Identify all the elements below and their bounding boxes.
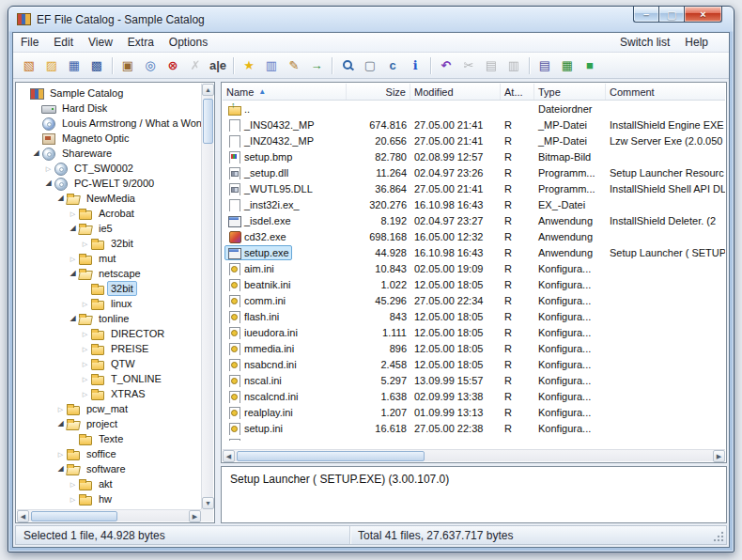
catalog-tree-button[interactable]: ▥ — [261, 55, 282, 76]
file-row-nscalcnd-ini[interactable]: nscalcnd.ini1.63802.09.99 13:38RKonfigur… — [223, 388, 725, 404]
export-comment-button[interactable]: → — [306, 55, 327, 76]
close-button[interactable]: × — [684, 7, 722, 23]
tree-item-xtras[interactable]: ▷XTRAS — [17, 386, 201, 401]
file-row-inst32i-ex[interactable]: _inst32i.ex_320.27616.10.98 16:43REX_-Da… — [223, 196, 725, 212]
menu-view[interactable]: View — [81, 33, 120, 52]
copy-button[interactable]: ▤ — [481, 55, 502, 76]
tree-item-tonline[interactable]: ◢tonline — [17, 311, 201, 326]
expander-collapsed-icon[interactable]: ▷ — [80, 331, 90, 337]
scroll-up-button[interactable]: ▲ — [202, 84, 214, 96]
tree-hscroll-thumb[interactable] — [31, 511, 117, 521]
rename-button[interactable]: a|e — [208, 55, 228, 76]
crc-check-button[interactable]: c — [382, 55, 403, 76]
tree-item-32bit[interactable]: ▷32bit — [17, 236, 201, 251]
expander-collapsed-icon[interactable]: ▷ — [55, 406, 66, 412]
tree-item-32bit[interactable]: 32bit — [17, 281, 201, 296]
paste-button[interactable]: ▥ — [503, 55, 524, 76]
open-catalog-button[interactable]: ▨ — [41, 55, 62, 76]
maximize-button[interactable]: ▢ — [658, 7, 684, 23]
tree-item-magneto-optic[interactable]: Magneto Optic — [17, 131, 201, 146]
menu-options[interactable]: Options — [162, 33, 215, 52]
scroll-down-button[interactable]: ▼ — [202, 497, 214, 509]
column-header-size[interactable]: Size — [347, 84, 410, 100]
file-row-nscal-ini[interactable]: nscal.ini5.29713.09.99 15:57RKonfigura..… — [223, 372, 725, 388]
tree-item-acrobat[interactable]: ▷Acrobat — [17, 206, 201, 221]
search-button[interactable] — [337, 55, 358, 76]
tree-item-pcw-mat[interactable]: ▷pcw_mat — [17, 401, 201, 416]
tree-item-project[interactable]: ◢project — [17, 416, 201, 431]
expander-expanded-icon[interactable]: ◢ — [31, 149, 41, 157]
tree-vscroll-thumb[interactable] — [203, 99, 213, 144]
new-catalog-button[interactable]: ▧ — [19, 55, 39, 76]
info-button[interactable]: ℹ — [405, 55, 425, 76]
expander-collapsed-icon[interactable]: ▷ — [80, 241, 90, 247]
expander-collapsed-icon[interactable]: ▷ — [43, 165, 54, 172]
tree-item-akt[interactable]: ▷akt — [17, 476, 201, 491]
file-row-setup-ini[interactable]: setup.ini16.61827.05.00 22:38RKonfigura.… — [223, 420, 725, 436]
expander-collapsed-icon[interactable]: ▷ — [80, 391, 90, 397]
file-row-beatnik-ini[interactable]: beatnik.ini1.02212.05.00 18:05RKonfigura… — [223, 276, 725, 292]
column-header-type[interactable]: Type — [534, 84, 606, 100]
file-row-aim-ini[interactable]: aim.ini10.84302.05.00 19:09RKonfigura... — [223, 260, 725, 276]
column-header-comment[interactable]: Comment — [606, 84, 725, 100]
expander-collapsed-icon[interactable]: ▷ — [80, 361, 90, 367]
file-row-realplay-ini[interactable]: realplay.ini1.20701.09.99 13:13RKonfigur… — [223, 404, 725, 420]
file-row-isdel-exe[interactable]: _isdel.exe8.19202.04.97 23:27RAnwendungI… — [223, 212, 725, 228]
expander-expanded-icon[interactable]: ◢ — [68, 270, 78, 277]
file-row-wutl95-dll[interactable]: _WUTL95.DLL36.86427.05.00 21:41RProgramm… — [223, 180, 725, 196]
expander-collapsed-icon[interactable]: ▷ — [80, 301, 90, 307]
expander-collapsed-icon[interactable]: ▷ — [68, 496, 78, 503]
file-row-iueudora-ini[interactable]: iueudora.ini1.11112.05.00 18:05RKonfigur… — [223, 324, 725, 340]
undo-button[interactable]: ↶ — [436, 55, 456, 76]
tree-item-ie5[interactable]: ◢ie5 — [17, 221, 201, 236]
file-row-setup-bmp[interactable]: setup.bmp82.78002.08.99 12:57RBitmap-Bil… — [223, 148, 725, 164]
file-row-item[interactable]: ..Dateiordner — [223, 101, 725, 117]
tree-item-sample-catalog[interactable]: Sample Catalog — [17, 86, 201, 101]
file-row-inz0432-mp[interactable]: _INZ0432._MP20.65627.05.00 21:41R_MP-Dat… — [223, 132, 725, 148]
tree-item-newmedia[interactable]: ◢NewMedia — [17, 191, 201, 206]
tree-item-director[interactable]: ▷DIRECTOR — [17, 326, 201, 341]
expander-collapsed-icon[interactable]: ▷ — [80, 346, 90, 352]
file-row-setup-exe[interactable]: setup.exe44.92816.10.98 16:43RAnwendungS… — [223, 244, 725, 260]
tree-item-preise[interactable]: ▷PREISE — [17, 341, 201, 356]
tree-item-t-online[interactable]: ▷T_ONLINE — [17, 371, 201, 386]
update-volume-button[interactable]: ◎ — [140, 55, 161, 76]
expander-expanded-icon[interactable]: ◢ — [68, 225, 78, 232]
menu-extra[interactable]: Extra — [120, 33, 162, 52]
expander-collapsed-icon[interactable]: ▷ — [55, 451, 66, 458]
tree-item-mut[interactable]: ▷mut — [17, 251, 201, 266]
save-catalog-button[interactable]: ▦ — [64, 55, 85, 76]
expander-expanded-icon[interactable]: ◢ — [55, 194, 66, 202]
file-row-nsabcnd-ini[interactable]: nsabcnd.ini2.45812.05.00 18:05RKonfigura… — [223, 356, 725, 372]
expander-expanded-icon[interactable]: ◢ — [55, 420, 66, 428]
tree-horizontal-scrollbar[interactable]: ◀ ▶ — [17, 509, 201, 521]
tree-item-shareware[interactable]: ◢Shareware — [17, 146, 201, 161]
scroll-left-button[interactable]: ◀ — [223, 450, 235, 462]
file-row-flash-ini[interactable]: flash.ini84312.05.00 18:05RKonfigura... — [223, 308, 725, 324]
file-row-mmedia-ini[interactable]: mmedia.ini89612.05.00 18:05RKonfigura... — [223, 340, 725, 356]
file-info-button[interactable]: ▢ — [360, 55, 380, 76]
scroll-left-button[interactable]: ◀ — [17, 510, 29, 522]
column-header-modified[interactable]: Modified — [410, 84, 501, 100]
expander-collapsed-icon[interactable]: ▷ — [68, 481, 78, 488]
expander-collapsed-icon[interactable]: ▷ — [80, 376, 90, 382]
file-row-comm-ini[interactable]: comm.ini45.29627.05.00 22:34RKonfigura..… — [223, 292, 725, 308]
column-header-at[interactable]: At... — [501, 84, 534, 100]
column-header-name[interactable]: Name▲ — [223, 84, 347, 100]
tree-item-ct-sw0002[interactable]: ▷CT_SW0002 — [17, 161, 201, 176]
save-all-button[interactable]: ▩ — [86, 55, 107, 76]
tree-item-louis-armstrong-what-a-wonde[interactable]: Louis Armstrong / What a Wonde — [17, 116, 201, 131]
file-row-ins0432-mp[interactable]: _INS0432._MP674.81627.05.00 21:41R_MP-Da… — [223, 117, 725, 132]
menu-edit[interactable]: Edit — [46, 33, 81, 52]
tree-item-qtw[interactable]: ▷QTW — [17, 356, 201, 371]
tree-item-hard-disk[interactable]: Hard Disk — [17, 101, 201, 116]
export-list-button[interactable]: ▦ — [557, 55, 578, 76]
file-row-setup-dll[interactable]: _setup.dll11.26402.04.97 23:26RProgramm.… — [223, 164, 725, 180]
edit-comment-button[interactable]: ✎ — [284, 55, 304, 76]
tree-item-hw[interactable]: ▷hw — [17, 491, 201, 506]
tree-item-pc-welt-9-2000[interactable]: ◢PC-WELT 9/2000 — [17, 176, 201, 191]
favorites-button[interactable]: ★ — [239, 55, 259, 76]
tree-item-texte[interactable]: Texte — [17, 431, 201, 446]
file-row-cd32-exe[interactable]: cd32.exe698.16816.05.00 12:32RAnwendung — [223, 228, 725, 244]
website-button[interactable]: ■ — [580, 55, 600, 76]
